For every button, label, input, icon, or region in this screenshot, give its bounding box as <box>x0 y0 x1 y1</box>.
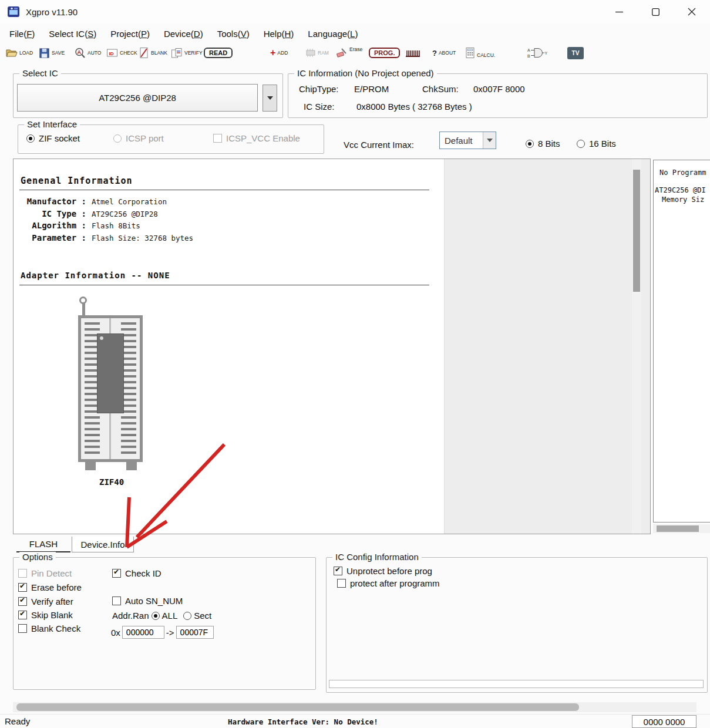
ic-info-group: IC Information (No Project opened) ChipT… <box>288 73 708 118</box>
menu-tools[interactable]: Tools(V) <box>210 26 257 41</box>
info-panel-scrollbar[interactable] <box>632 159 641 534</box>
options-legend: Options <box>19 552 56 562</box>
tab-flash[interactable]: FLASH <box>16 537 70 552</box>
toolbar: LOAD SAVE A AUTO ID CHECK BLANK VERIFY R… <box>0 43 710 62</box>
ic-info-legend: IC Information (No Project opened) <box>294 68 437 78</box>
menu-language[interactable]: Language(L) <box>301 26 365 41</box>
close-button[interactable] <box>674 0 710 23</box>
select-ic-group: Select IC AT29C256 @DIP28 <box>13 73 283 118</box>
ram-button: RAM <box>305 45 329 60</box>
device-info-panel: Genenal Information Manufactor :Atmel Co… <box>13 159 651 534</box>
checkbox-icon <box>337 579 346 588</box>
info-row: IC Type :AT29C256 @DIP28 <box>21 209 193 221</box>
tab-device-info[interactable]: Device.Info <box>72 537 134 552</box>
divider <box>19 190 429 190</box>
open-folder-icon <box>6 47 18 59</box>
range-start-input[interactable] <box>122 626 164 639</box>
plus-icon: + <box>270 49 275 57</box>
radio-icon <box>26 134 35 143</box>
floppy-icon <box>39 48 50 59</box>
blank-page-icon <box>139 47 149 59</box>
check-id-checkbox[interactable]: Check ID <box>112 568 161 578</box>
radio-icon <box>526 140 534 148</box>
eraser-icon <box>336 47 348 59</box>
chip-pin1-marker <box>100 336 103 340</box>
blank-check-checkbox[interactable]: Blank Check <box>18 623 80 633</box>
scrollbar-thumb[interactable] <box>657 525 699 532</box>
addr-all-radio[interactable] <box>152 612 160 620</box>
programmer-panel-scrollbar[interactable] <box>653 524 710 533</box>
checkbox-icon <box>18 611 27 619</box>
save-button[interactable]: SAVE <box>39 45 65 60</box>
programmer-memory-line: Memory Siz <box>662 196 704 204</box>
ic-select-dropdown-button[interactable] <box>263 85 277 112</box>
info-panel-secondary-area <box>444 159 650 534</box>
unprotect-before-checkbox[interactable]: Unprotect before prog <box>334 566 432 576</box>
info-row: ALgorithm :Flash 8Bits <box>21 221 193 233</box>
about-button[interactable]: ? ABOUT <box>432 45 456 60</box>
ic-socket-pins-icon <box>405 47 420 59</box>
divider <box>19 285 429 285</box>
vcc-imax-combo[interactable]: Default <box>439 132 496 149</box>
ic-select-combo[interactable]: AT29C256 @DIP28 <box>17 84 258 112</box>
read-button[interactable]: READ <box>204 45 233 60</box>
close-icon <box>688 8 696 16</box>
checkbox-icon <box>213 134 222 143</box>
hex-prefix-label: 0x <box>111 628 120 638</box>
scrollbar-thumb[interactable] <box>633 170 640 292</box>
bottom-scrollbar[interactable] <box>13 702 696 712</box>
zif-body <box>78 315 143 462</box>
auto-button[interactable]: A AUTO <box>74 45 101 60</box>
checkbox-icon <box>334 567 342 575</box>
add-button[interactable]: + ADD <box>270 45 288 60</box>
blank-button[interactable]: BLANK <box>139 45 167 60</box>
auto-sn-checkbox[interactable]: Auto SN_NUM <box>112 596 183 606</box>
menu-select-ic[interactable]: Select IC(S) <box>42 26 103 41</box>
minimize-button[interactable] <box>601 0 637 23</box>
verify-button[interactable]: VERIFY <box>171 45 203 60</box>
icsize-value: 0x8000 Bytes ( 32768 Bytes ) <box>356 102 472 112</box>
ic-test-button[interactable] <box>405 45 420 60</box>
checkbox-icon <box>18 569 27 578</box>
chevron-down-icon <box>487 139 493 142</box>
menu-help[interactable]: Help(H) <box>257 26 301 41</box>
verify-after-checkbox[interactable]: Verify after <box>18 596 73 606</box>
svg-text:A: A <box>78 49 82 55</box>
selected-ic-value: AT29C256 @DIP28 <box>99 93 176 103</box>
range-end-input[interactable] <box>176 626 214 639</box>
programmer-info-panel: No Programm AT29C256 @DI Memory Siz <box>653 160 710 523</box>
menu-project[interactable]: Project(P) <box>103 26 157 41</box>
addr-sect-radio[interactable] <box>183 612 191 620</box>
menu-file[interactable]: File(F) <box>2 26 42 41</box>
bits-8-radio[interactable]: 8 Bits <box>526 139 560 149</box>
question-icon: ? <box>432 49 437 58</box>
checkbox-icon <box>112 569 121 578</box>
range-arrow-label: -> <box>166 628 174 638</box>
ic-config-scrollbar[interactable] <box>329 680 704 688</box>
radio-icon <box>113 134 122 143</box>
programmer-status-line: No Programm <box>659 168 706 177</box>
bits-16-radio[interactable]: 16 Bits <box>577 139 616 149</box>
check-id-button[interactable]: ID CHECK <box>106 45 137 60</box>
calcu-button[interactable]: CALCU. <box>465 45 495 60</box>
skip-blank-checkbox[interactable]: Skip Blank <box>18 610 73 620</box>
vcc-dropdown-button[interactable] <box>483 132 496 149</box>
chksum-label: ChkSum: <box>422 84 459 94</box>
set-interface-group: Set Interface ZIF socket ICSP port ICSP_… <box>18 124 324 154</box>
menu-device[interactable]: Device(D) <box>157 26 210 41</box>
scrollbar-thumb[interactable] <box>16 703 579 711</box>
prog-button[interactable]: PROG. <box>369 45 400 60</box>
app-window: Xgpro v11.90 File(F) Select IC(S) Projec… <box>0 0 710 728</box>
erase-button[interactable]: Erase <box>336 45 362 60</box>
zif-socket-radio[interactable]: ZIF socket <box>26 133 80 143</box>
tv-button[interactable]: TV <box>567 45 584 60</box>
zif-socket-graphic <box>78 296 144 470</box>
logic-gate-icon: ABY <box>527 46 547 59</box>
maximize-button[interactable] <box>637 0 674 23</box>
load-button[interactable]: LOAD <box>6 45 33 60</box>
verify-pages-icon <box>171 48 183 59</box>
protect-after-checkbox[interactable]: protect after programm <box>337 578 440 588</box>
status-hardware: Hardware Interface Ver: No Device! <box>228 717 378 726</box>
erase-before-checkbox[interactable]: Erase before <box>18 582 82 592</box>
logic-test-button[interactable]: ABY <box>527 45 547 60</box>
